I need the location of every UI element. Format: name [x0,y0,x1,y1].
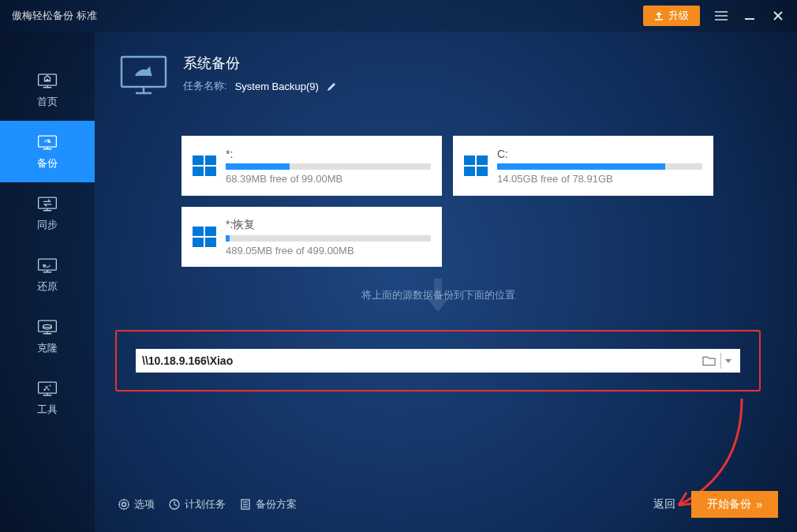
task-value: System Backup(9) [235,81,319,92]
arrow-section: 将上面的源数据备份到下面的位置 [118,279,758,326]
clock-icon [169,499,180,510]
minimize-button[interactable] [743,9,757,23]
upload-icon [654,11,664,21]
nav-label: 同步 [37,218,58,232]
drive-label: *: [226,148,431,160]
windows-icon [193,227,216,247]
edit-icon[interactable] [327,81,337,92]
main-panel: 系统备份 任务名称: System Backup(9) *:68.39MB fr… [95,32,797,532]
drive-card[interactable]: *:恢复489.05MB free of 499.00MB [181,207,442,267]
nav-tools[interactable]: 工具 [0,367,95,429]
scheme-link[interactable]: 备份方案 [240,497,297,511]
svg-rect-7 [39,136,57,147]
svg-rect-9 [39,259,57,270]
drive-card[interactable]: C:14.05GB free of 78.91GB [453,136,713,196]
destination-input-wrap [136,349,740,373]
schedule-label: 计划任务 [185,497,226,511]
drive-label: C: [497,148,702,160]
nav-label: 工具 [37,403,58,417]
nav-label: 首页 [37,95,58,109]
schedule-link[interactable]: 计划任务 [169,497,226,511]
nav-restore[interactable]: 还原 [0,244,95,305]
drive-usage-bar [226,235,431,242]
start-backup-button[interactable]: 开始备份 » [691,491,778,518]
gear-icon [118,499,129,510]
drive-info: *:恢复489.05MB free of 499.00MB [226,218,431,257]
upgrade-button[interactable]: 升级 [643,6,700,26]
drive-label: *:恢复 [226,218,431,232]
menu-icon[interactable] [714,9,728,23]
titlebar: 傲梅轻松备份 标准 升级 [0,0,797,32]
footer: 选项 计划任务 备份方案 返回 开始备份 » [118,491,778,518]
drive-free-text: 489.05MB free of 499.00MB [226,245,431,257]
nav-label: 备份 [37,156,58,170]
drive-free-text: 68.39MB free of 99.00MB [226,173,431,185]
arrow-caption: 将上面的源数据备份到下面的位置 [361,288,515,302]
page-title: 系统备份 [183,54,337,73]
chevron-down-icon [725,359,732,363]
nav-label: 克隆 [37,341,58,355]
nav-clone[interactable]: 克隆 [0,305,95,367]
drive-info: C:14.05GB free of 78.91GB [497,148,702,185]
scheme-label: 备份方案 [256,497,297,511]
drive-list: *:68.39MB free of 99.00MBC:14.05GB free … [181,136,758,267]
system-backup-icon [118,54,169,96]
titlebar-controls: 升级 [643,6,785,26]
drive-card[interactable]: *:68.39MB free of 99.00MB [181,136,442,196]
nav-sync[interactable]: 同步 [0,182,95,244]
nav-label: 还原 [37,279,58,294]
drive-free-text: 14.05GB free of 78.91GB [497,173,702,185]
drive-usage-bar [497,163,702,170]
task-label: 任务名称: [183,79,227,93]
task-name-row: 任务名称: System Backup(9) [183,79,337,93]
destination-dropdown[interactable] [723,359,734,363]
drive-info: *:68.39MB free of 99.00MB [226,148,431,185]
svg-rect-8 [39,197,57,208]
close-button[interactable] [771,9,785,23]
start-label: 开始备份 [707,497,751,511]
svg-point-11 [43,324,52,328]
folder-icon [702,355,716,366]
browse-button[interactable] [702,353,721,369]
scheme-icon [240,499,251,510]
destination-input[interactable] [142,354,702,367]
nav-backup[interactable]: 备份 [0,121,95,182]
page-header: 系统备份 任务名称: System Backup(9) [118,54,758,96]
chevron-right-icon: » [756,498,762,511]
nav-home[interactable]: 首页 [0,59,95,121]
drive-usage-bar [226,163,431,170]
app-title: 傲梅轻松备份 标准 [12,9,97,23]
sidebar: 首页 备份 同步 还原 克隆 工具 [0,32,95,532]
windows-icon [464,155,488,176]
back-button[interactable]: 返回 [653,497,675,511]
svg-point-14 [122,503,126,507]
upgrade-label: 升级 [668,9,689,23]
destination-highlight [115,330,761,392]
svg-rect-10 [39,320,57,332]
options-label: 选项 [134,497,155,511]
options-link[interactable]: 选项 [118,497,155,511]
windows-icon [193,155,216,176]
